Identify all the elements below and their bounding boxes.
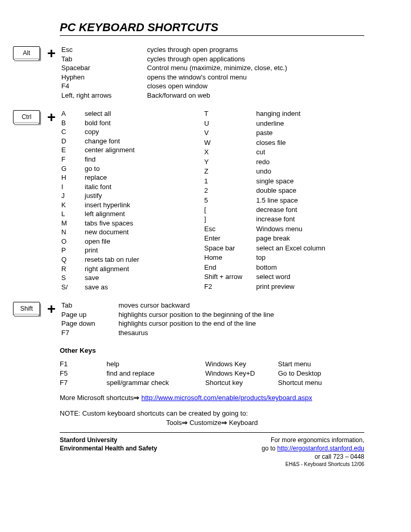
- plus-icon: +: [44, 109, 59, 126]
- cell: L: [61, 209, 85, 219]
- cell: highlights cursor position to the beginn…: [118, 310, 364, 320]
- cell: Left, right arrows: [61, 91, 147, 100]
- cell: select an Excel column: [256, 244, 325, 253]
- cell: N: [61, 228, 85, 237]
- cell: save as: [85, 283, 204, 292]
- ctrl-section: Ctrl + Aselect allBbold fontCcopyDchange…: [13, 109, 364, 291]
- alt-table: Esccycles through open programsTabcycles…: [61, 45, 364, 100]
- cell: highlights cursor position to the end of…: [118, 319, 364, 328]
- plus-icon: +: [44, 45, 59, 62]
- cell: right alignment: [85, 264, 204, 274]
- cell: single space: [256, 177, 325, 186]
- cell: hanging indent: [256, 109, 325, 118]
- cell: resets tab on ruler: [85, 255, 204, 264]
- cell: moves cursor backward: [118, 301, 364, 310]
- cell: Tab: [61, 301, 118, 310]
- cell: X: [204, 148, 256, 157]
- cell: Page down: [61, 319, 118, 328]
- cell: new document: [85, 228, 204, 237]
- cell: Shortcut key: [205, 378, 278, 388]
- cell: justify: [85, 191, 204, 201]
- shift-section: Shift + Tabmoves cursor backwardPage uph…: [13, 301, 364, 337]
- cell: E: [61, 145, 85, 155]
- cell: End: [204, 263, 256, 272]
- cell: Start menu: [278, 360, 364, 369]
- cell: [: [204, 205, 256, 215]
- cell: insert hyperlink: [85, 201, 204, 210]
- other-keys-heading: Other Keys: [60, 347, 364, 354]
- cell: 2: [204, 186, 256, 195]
- microsoft-link[interactable]: http://www.microsoft.com/enable/products…: [141, 394, 312, 402]
- org-name-2: Environmental Health and Safety: [60, 444, 157, 453]
- cell: closes file: [256, 138, 325, 148]
- footer-doc-id: EH&S - Keyboard Shortcuts 12/06: [262, 461, 364, 468]
- cell: V: [204, 128, 256, 138]
- cell: C: [61, 127, 85, 137]
- cell: Z: [204, 167, 256, 176]
- divider: [60, 432, 364, 433]
- cell: page break: [256, 234, 325, 243]
- cell: opens the window's control menu: [147, 73, 364, 82]
- footer-info: For more ergonomics information,: [262, 436, 364, 444]
- cell: copy: [85, 127, 204, 137]
- cell: left alignment: [85, 209, 204, 219]
- cell: redo: [256, 157, 325, 167]
- cell: tabs five spaces: [85, 219, 204, 228]
- ergo-link[interactable]: http://ergostanford.stanford.edu: [277, 445, 364, 452]
- org-name-1: Stanford University: [60, 436, 157, 444]
- cell: T: [204, 109, 256, 118]
- cell: help: [107, 360, 205, 369]
- cell: bold font: [85, 118, 204, 128]
- cell: D: [61, 137, 85, 146]
- cell: print: [85, 246, 204, 255]
- cell: increase font: [256, 215, 325, 224]
- cell: thesaurus: [118, 328, 364, 338]
- cell: Control menu (maximize, minimize, close,…: [147, 63, 364, 73]
- cell: Windows menu: [256, 224, 325, 234]
- cell: Shortcut menu: [278, 378, 364, 388]
- cell: Y: [204, 157, 256, 167]
- cell: Go to Desktop: [278, 369, 364, 378]
- alt-key-icon: Alt: [13, 46, 40, 60]
- cell: find and replace: [107, 369, 205, 378]
- more-shortcuts-note: More Microsoft shortcuts⇒ http://www.mic…: [60, 393, 364, 403]
- cell: Home: [204, 253, 256, 262]
- cell: italic font: [85, 182, 204, 192]
- ctrl-key-icon: Ctrl: [13, 110, 40, 124]
- cell: F7: [61, 328, 118, 338]
- footer: Stanford University Environmental Health…: [60, 436, 364, 468]
- cell: Enter: [204, 234, 256, 243]
- cell: paste: [256, 128, 325, 138]
- cell: B: [61, 118, 85, 128]
- cell: select word: [256, 272, 325, 282]
- cell: 1: [204, 177, 256, 186]
- cell: S: [61, 273, 85, 283]
- cell: F4: [61, 82, 147, 91]
- ctrl-table-right: Thanging indentUunderlineVpasteWcloses f…: [204, 109, 325, 291]
- cell: 1.5 line space: [256, 196, 325, 205]
- cell: Back/forward on web: [147, 91, 364, 100]
- footer-phone: or call 723 – 0448: [262, 453, 364, 461]
- cell: Windows Key: [205, 360, 278, 369]
- cell: F7: [60, 378, 107, 388]
- cell: Tab: [61, 55, 147, 64]
- page-title: PC KEYBOARD SHORTCUTS: [60, 21, 364, 36]
- cell: S/: [61, 283, 85, 292]
- cell: Shift + arrow: [204, 272, 256, 282]
- cell: double space: [256, 186, 325, 195]
- cell: ]: [204, 215, 256, 224]
- cell: P: [61, 246, 85, 255]
- cell: I: [61, 182, 85, 192]
- cell: open file: [85, 237, 204, 246]
- cell: print preview: [256, 282, 325, 291]
- cell: Esc: [204, 224, 256, 234]
- cell: A: [61, 109, 85, 118]
- shift-table: Tabmoves cursor backwardPage uphighlight…: [61, 301, 364, 337]
- cell: cycles through open programs: [147, 45, 364, 55]
- custom-note: NOTE: Custom keyboard shortcuts can be c…: [60, 409, 364, 428]
- cell: J: [61, 191, 85, 201]
- cell: M: [61, 219, 85, 228]
- cell: W: [204, 138, 256, 148]
- cell: R: [61, 264, 85, 274]
- cell: K: [61, 201, 85, 210]
